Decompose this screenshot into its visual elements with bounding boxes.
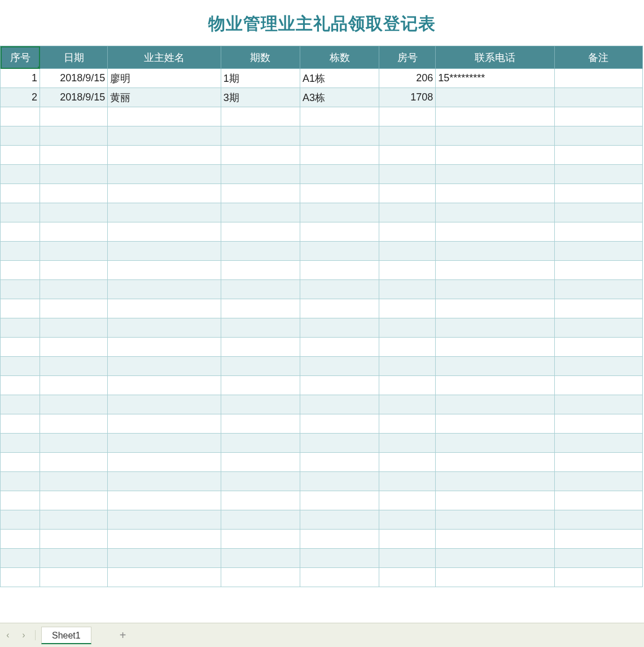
cell-room[interactable] xyxy=(379,338,436,357)
cell-phase[interactable] xyxy=(221,510,300,530)
cell-name[interactable]: 黄丽 xyxy=(108,88,221,107)
cell-remark[interactable] xyxy=(554,299,642,318)
cell-phase[interactable] xyxy=(221,338,300,357)
cell-room[interactable] xyxy=(379,165,436,184)
cell-room[interactable]: 1708 xyxy=(379,88,436,107)
cell-room[interactable] xyxy=(379,395,436,414)
cell-phase[interactable] xyxy=(221,568,300,587)
tab-nav-prev[interactable]: ‹ xyxy=(0,630,16,640)
cell-phase[interactable] xyxy=(221,434,300,453)
cell-bldg[interactable] xyxy=(300,434,379,453)
cell-room[interactable] xyxy=(379,472,436,491)
cell-phone[interactable] xyxy=(436,472,554,491)
cell-date[interactable] xyxy=(40,338,108,357)
cell-remark[interactable] xyxy=(554,107,642,126)
cell-date[interactable] xyxy=(40,261,108,280)
cell-phase[interactable] xyxy=(221,318,300,338)
cell-date[interactable] xyxy=(40,414,108,434)
cell-date[interactable] xyxy=(40,491,108,510)
cell-phase[interactable] xyxy=(221,146,300,165)
cell-phone[interactable] xyxy=(436,299,554,318)
cell-phone[interactable] xyxy=(436,318,554,338)
cell-phase[interactable] xyxy=(221,530,300,549)
cell-date[interactable] xyxy=(40,376,108,395)
header-phase[interactable]: 期数 xyxy=(221,46,300,69)
cell-phase[interactable] xyxy=(221,184,300,203)
cell-name[interactable] xyxy=(108,453,221,472)
vertical-scrollbar[interactable] xyxy=(642,0,644,623)
cell-remark[interactable] xyxy=(554,146,642,165)
cell-bldg[interactable]: A3栋 xyxy=(300,88,379,107)
cell-phone[interactable]: 15********* xyxy=(436,69,554,88)
cell-bldg[interactable] xyxy=(300,126,379,146)
cell-phone[interactable] xyxy=(436,491,554,510)
cell-phone[interactable] xyxy=(436,357,554,376)
cell-bldg[interactable] xyxy=(300,395,379,414)
cell-phone[interactable] xyxy=(436,395,554,414)
cell-name[interactable] xyxy=(108,510,221,530)
cell-phone[interactable] xyxy=(436,453,554,472)
cell-name[interactable] xyxy=(108,222,221,242)
cell-bldg[interactable] xyxy=(300,414,379,434)
cell-seq[interactable] xyxy=(1,491,40,510)
cell-remark[interactable] xyxy=(554,242,642,261)
cell-seq[interactable] xyxy=(1,222,40,242)
cell-bldg[interactable] xyxy=(300,338,379,357)
cell-phone[interactable] xyxy=(436,165,554,184)
cell-name[interactable] xyxy=(108,107,221,126)
cell-phase[interactable] xyxy=(221,395,300,414)
cell-remark[interactable] xyxy=(554,165,642,184)
cell-room[interactable] xyxy=(379,261,436,280)
cell-remark[interactable] xyxy=(554,549,642,568)
header-phone[interactable]: 联系电话 xyxy=(436,46,554,69)
cell-room[interactable] xyxy=(379,530,436,549)
cell-bldg[interactable] xyxy=(300,357,379,376)
cell-remark[interactable] xyxy=(554,184,642,203)
cell-phone[interactable] xyxy=(436,107,554,126)
cell-room[interactable] xyxy=(379,453,436,472)
cell-room[interactable]: 206 xyxy=(379,69,436,88)
cell-seq[interactable] xyxy=(1,203,40,222)
cell-date[interactable] xyxy=(40,146,108,165)
cell-name[interactable] xyxy=(108,568,221,587)
cell-date[interactable] xyxy=(40,165,108,184)
cell-remark[interactable] xyxy=(554,222,642,242)
cell-phase[interactable] xyxy=(221,472,300,491)
cell-phase[interactable] xyxy=(221,126,300,146)
cell-seq[interactable] xyxy=(1,376,40,395)
cell-seq[interactable] xyxy=(1,549,40,568)
cell-seq[interactable] xyxy=(1,453,40,472)
cell-phase[interactable] xyxy=(221,414,300,434)
cell-bldg[interactable] xyxy=(300,299,379,318)
cell-phone[interactable] xyxy=(436,376,554,395)
cell-remark[interactable] xyxy=(554,491,642,510)
cell-date[interactable] xyxy=(40,318,108,338)
cell-phone[interactable] xyxy=(436,530,554,549)
cell-date[interactable] xyxy=(40,280,108,299)
cell-phase[interactable]: 1期 xyxy=(221,69,300,88)
cell-phone[interactable] xyxy=(436,146,554,165)
header-seq[interactable]: 序号 xyxy=(1,46,40,69)
cell-seq[interactable] xyxy=(1,414,40,434)
cell-bldg[interactable] xyxy=(300,549,379,568)
cell-seq[interactable] xyxy=(1,146,40,165)
cell-name[interactable] xyxy=(108,376,221,395)
cell-phone[interactable] xyxy=(436,280,554,299)
cell-name[interactable] xyxy=(108,338,221,357)
cell-room[interactable] xyxy=(379,568,436,587)
cell-bldg[interactable] xyxy=(300,491,379,510)
header-bldg[interactable]: 栋数 xyxy=(300,46,379,69)
cell-name[interactable] xyxy=(108,280,221,299)
sheet-tab-active[interactable]: Sheet1 xyxy=(41,627,91,644)
tab-nav-next[interactable]: › xyxy=(16,630,32,640)
cell-phone[interactable] xyxy=(436,184,554,203)
cell-seq[interactable] xyxy=(1,318,40,338)
cell-bldg[interactable] xyxy=(300,222,379,242)
cell-bldg[interactable] xyxy=(300,568,379,587)
cell-room[interactable] xyxy=(379,434,436,453)
cell-seq[interactable] xyxy=(1,280,40,299)
cell-seq[interactable] xyxy=(1,357,40,376)
cell-phone[interactable] xyxy=(436,414,554,434)
cell-phone[interactable] xyxy=(436,549,554,568)
cell-phone[interactable] xyxy=(436,510,554,530)
